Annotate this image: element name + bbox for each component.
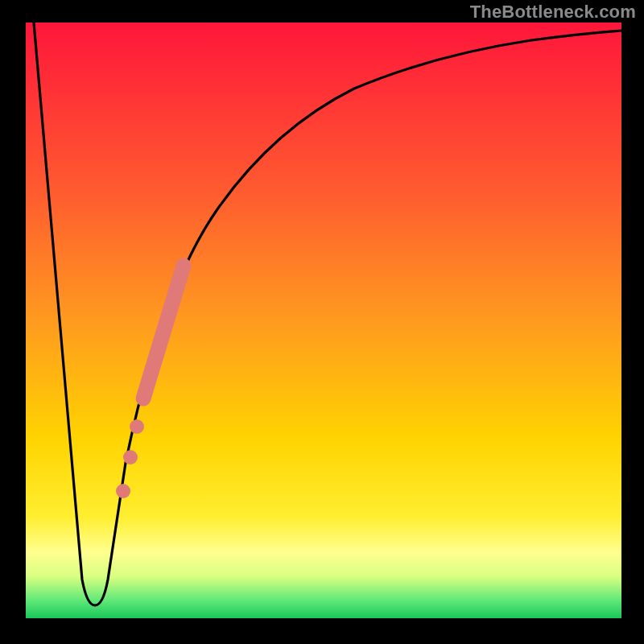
highlight-dot bbox=[116, 484, 130, 498]
watermark-text: TheBottleneck.com bbox=[470, 2, 636, 23]
chart-container: { "watermark": "TheBottleneck.com", "col… bbox=[0, 0, 644, 644]
highlight-dot bbox=[123, 450, 138, 464]
chart-svg bbox=[0, 0, 644, 644]
highlight-dot bbox=[130, 419, 144, 434]
